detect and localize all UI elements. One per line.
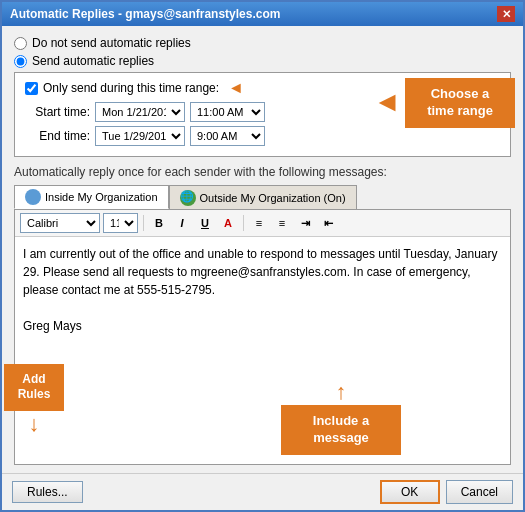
do-not-send-radio[interactable]	[14, 37, 27, 50]
bottom-bar: Rules... OK Cancel	[2, 473, 523, 510]
add-rules-callout-box: AddRules	[4, 364, 64, 411]
arrow-right-icon: ◄	[228, 79, 244, 97]
globe-icon: 🌐	[180, 190, 196, 206]
include-message-annotation: ↑ Include a message	[281, 379, 401, 455]
automatic-replies-window: Automatic Replies - gmays@sanfranstyles.…	[0, 0, 525, 512]
tabs-container: Inside My Organization 🌐 Outside My Orga…	[14, 185, 511, 209]
send-row: Send automatic replies	[14, 54, 511, 68]
tab-inside[interactable]: Inside My Organization	[14, 185, 169, 209]
cancel-button[interactable]: Cancel	[446, 480, 513, 504]
callout-arrow-icon: ◄	[373, 86, 401, 118]
end-label: End time:	[25, 129, 90, 143]
end-date-select[interactable]: Tue 1/29/2013	[95, 126, 185, 146]
message-body[interactable]: I am currently out of the office and una…	[15, 237, 510, 464]
start-date-select[interactable]: Mon 1/21/2013	[95, 102, 185, 122]
list-button[interactable]: ≡	[249, 213, 269, 233]
size-select[interactable]: 11	[103, 213, 138, 233]
rules-button[interactable]: Rules...	[12, 481, 83, 503]
reply-section-label: Automatically reply once for each sender…	[14, 165, 511, 179]
tab-inside-label: Inside My Organization	[45, 191, 158, 203]
arrow-up-icon: ↑	[336, 379, 347, 405]
tab-outside[interactable]: 🌐 Outside My Organization (On)	[169, 185, 357, 209]
ok-button[interactable]: OK	[380, 480, 440, 504]
content-area: Do not send automatic replies Send autom…	[2, 26, 523, 473]
send-radio[interactable]	[14, 55, 27, 68]
ok-cancel-group: OK Cancel	[380, 480, 513, 504]
time-range-callout-box: Choose atime range	[405, 78, 515, 128]
bold-button[interactable]: B	[149, 213, 169, 233]
separator-1	[143, 215, 144, 231]
include-message-callout-box: Include a message	[281, 405, 401, 455]
send-label: Send automatic replies	[32, 54, 154, 68]
add-rules-annotation: AddRules ↓	[4, 364, 64, 437]
end-time-select[interactable]: 9:00 AM	[190, 126, 265, 146]
indent-button[interactable]: ⇥	[295, 213, 315, 233]
title-bar: Automatic Replies - gmays@sanfranstyles.…	[2, 2, 523, 26]
editor-toolbar: Calibri 11 B I U A ≡ ≡ ⇥ ⇤	[15, 210, 510, 237]
separator-2	[243, 215, 244, 231]
editor-area: Calibri 11 B I U A ≡ ≡ ⇥ ⇤	[14, 209, 511, 465]
close-button[interactable]: ✕	[497, 6, 515, 22]
outdent-button[interactable]: ⇤	[318, 213, 338, 233]
tab-outside-label: Outside My Organization (On)	[200, 192, 346, 204]
org-icon	[25, 189, 41, 205]
list2-button[interactable]: ≡	[272, 213, 292, 233]
do-not-send-row: Do not send automatic replies	[14, 36, 511, 50]
signature-text: Greg Mays	[23, 319, 82, 333]
font-color-button[interactable]: A	[218, 213, 238, 233]
end-time-row: End time: Tue 1/29/2013 9:00 AM	[25, 126, 500, 146]
window-title: Automatic Replies - gmays@sanfranstyles.…	[10, 7, 280, 21]
underline-button[interactable]: U	[195, 213, 215, 233]
message-text: I am currently out of the office and una…	[23, 247, 498, 297]
start-label: Start time:	[25, 105, 90, 119]
only-during-label: Only send during this time range:	[43, 81, 219, 95]
time-range-annotation: ◄ Choose atime range	[373, 78, 515, 128]
only-during-checkbox[interactable]	[25, 82, 38, 95]
start-time-select[interactable]: 11:00 AM	[190, 102, 265, 122]
editor-wrapper: Calibri 11 B I U A ≡ ≡ ⇥ ⇤	[14, 209, 511, 465]
arrow-down-icon: ↓	[29, 411, 40, 437]
do-not-send-label: Do not send automatic replies	[32, 36, 191, 50]
italic-button[interactable]: I	[172, 213, 192, 233]
font-select[interactable]: Calibri	[20, 213, 100, 233]
